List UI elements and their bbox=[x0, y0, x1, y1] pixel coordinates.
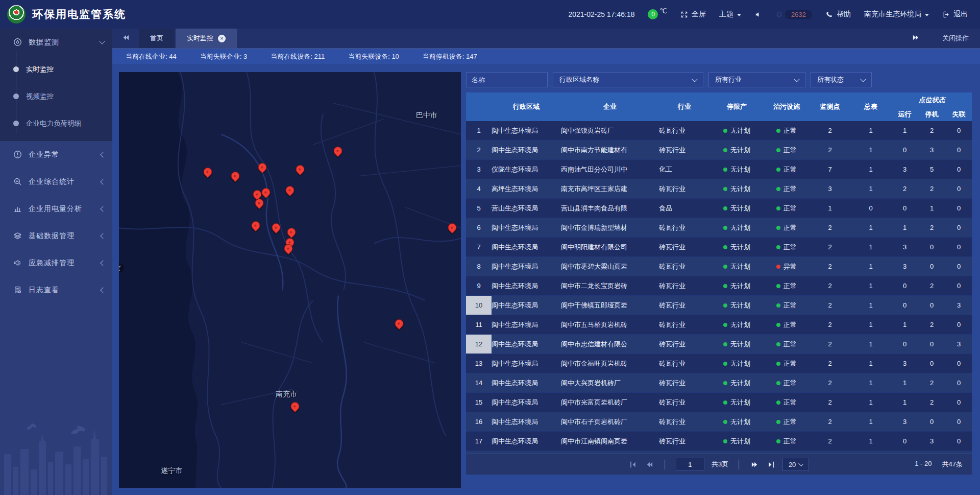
cell-stop: 0 bbox=[918, 354, 945, 373]
tab-realtime-monitor[interactable]: 实时监控 × bbox=[176, 29, 237, 48]
cell-industry: 砖瓦行业 bbox=[659, 179, 710, 199]
tab-home[interactable]: 首页 bbox=[139, 29, 175, 48]
last-page-button[interactable] bbox=[766, 460, 775, 469]
region-select[interactable]: 行政区域名称 bbox=[553, 72, 703, 87]
tab-label: 首页 bbox=[150, 34, 163, 43]
phone-icon bbox=[825, 11, 833, 18]
cell-facility-status: 正常 bbox=[764, 354, 810, 373]
cell-facility-status: 正常 bbox=[764, 373, 810, 393]
sidebar-subitem-1[interactable]: 视频监控 bbox=[0, 83, 112, 110]
table-row[interactable]: 8阆中生态环境局阆中市枣碧大梁山页岩砖瓦行业无计划异常21300 bbox=[466, 257, 972, 276]
table-row[interactable]: 3仪陇生态环境局西南油气田分公司川中化工无计划正常71350 bbox=[466, 160, 972, 179]
cell-lost: 0 bbox=[945, 179, 972, 199]
table-row[interactable]: 4高坪生态环境局南充市高坪区王家店建砖瓦行业无计划正常31220 bbox=[466, 179, 972, 199]
page-size-select[interactable]: 20 bbox=[782, 458, 809, 471]
col-lost: 失联 bbox=[945, 108, 972, 121]
sidebar-subitem-2[interactable]: 企业电力负荷明细 bbox=[0, 110, 112, 137]
sidebar-item-label: 企业综合统计 bbox=[29, 177, 94, 186]
log-file-icon bbox=[13, 286, 22, 294]
notifications-button[interactable]: 2632 bbox=[775, 10, 812, 19]
sidebar-item-4[interactable]: 基础数据管理 bbox=[0, 222, 112, 249]
cell-row-number: 3 bbox=[466, 160, 492, 179]
cell-facility-status: 正常 bbox=[764, 121, 810, 140]
table-row[interactable]: 16阆中生态环境局阆中市石子页岩机砖厂砖瓦行业无计划正常21300 bbox=[466, 412, 972, 432]
cell-stop: 2 bbox=[918, 276, 945, 296]
cell-facility-status: 正常 bbox=[764, 335, 810, 354]
cell-industry: 砖瓦行业 bbox=[659, 412, 710, 432]
table-row[interactable]: 11阆中生态环境局阆中市五马桥页岩机砖砖瓦行业无计划正常21120 bbox=[466, 315, 972, 335]
tabs-scroll-left-button[interactable] bbox=[112, 34, 139, 43]
status-select[interactable]: 所有状态 bbox=[811, 72, 872, 87]
industry-select[interactable]: 所有行业 bbox=[708, 72, 805, 87]
col-points: 监测点 bbox=[810, 92, 850, 121]
cell-facility-status: 正常 bbox=[764, 412, 810, 432]
table-row[interactable]: 9阆中生态环境局阆中市二龙长宝页岩砖砖瓦行业无计划正常21020 bbox=[466, 276, 972, 296]
cell-lost: 0 bbox=[945, 238, 972, 257]
industry-select-value: 所有行业 bbox=[715, 75, 742, 84]
city-skyline-decoration bbox=[0, 418, 112, 495]
sidebar-item-3[interactable]: 企业用电量分析 bbox=[0, 195, 112, 222]
prev-page-button[interactable] bbox=[645, 460, 654, 469]
table-row[interactable]: 10阆中生态环境局阆中千佛镇五郎垭页岩砖瓦行业无计划正常21003 bbox=[466, 296, 972, 315]
region-select-value: 行政区域名称 bbox=[559, 75, 599, 84]
theme-menu[interactable]: 主题 bbox=[719, 10, 741, 19]
layers-icon bbox=[13, 231, 22, 240]
cell-points: 3 bbox=[810, 179, 850, 199]
cell-points: 2 bbox=[810, 432, 850, 451]
cell-facility-status: 正常 bbox=[764, 238, 810, 257]
cell-region: 阆中生态环境局 bbox=[492, 393, 561, 412]
page-number-input[interactable] bbox=[676, 458, 704, 471]
status-dot-green-icon bbox=[723, 129, 727, 133]
sidebar-item-5[interactable]: 应急减排管理 bbox=[0, 249, 112, 276]
cell-company: 阆中市光富页岩机砖厂 bbox=[561, 393, 659, 412]
next-page-button[interactable] bbox=[750, 460, 759, 469]
tab-close-icon[interactable]: × bbox=[218, 35, 226, 42]
table-row[interactable]: 12阆中生态环境局阆中市忠信建材有限公砖瓦行业无计划正常21003 bbox=[466, 335, 972, 354]
table-row[interactable]: 5营山生态环境局营山县润丰肉食品有限食品无计划正常10010 bbox=[466, 199, 972, 218]
sidebar-item-1[interactable]: 企业异常 bbox=[0, 141, 112, 168]
cell-meters: 1 bbox=[850, 140, 891, 160]
logout-icon bbox=[942, 11, 950, 18]
table-row[interactable]: 15阆中生态环境局阆中市光富页岩机砖厂砖瓦行业无计划正常21120 bbox=[466, 393, 972, 412]
cell-run: 0 bbox=[891, 432, 918, 451]
close-operations-button[interactable]: 关闭操作 bbox=[942, 34, 969, 43]
cell-points: 7 bbox=[810, 160, 850, 179]
cell-industry: 砖瓦行业 bbox=[659, 218, 710, 238]
cell-lost: 0 bbox=[945, 160, 972, 179]
help-button[interactable]: 帮助 bbox=[825, 10, 851, 19]
stat-item: 当前在线企业: 44 bbox=[126, 52, 177, 61]
user-menu[interactable]: 南充市生态环境局 bbox=[864, 10, 929, 19]
cell-region: 阆中生态环境局 bbox=[492, 276, 561, 296]
map[interactable]: 巴中市南充市遂宁市 bbox=[119, 72, 461, 488]
table-row[interactable]: 7阆中生态环境局阆中明阳建材有限公司砖瓦行业无计划正常21300 bbox=[466, 238, 972, 257]
col-group-point-status: 点位状态 bbox=[891, 92, 972, 108]
cell-stop: 0 bbox=[918, 296, 945, 315]
table-row[interactable]: 6阆中生态环境局阆中市金博瑞新型墙材砖瓦行业无计划正常21120 bbox=[466, 218, 972, 238]
status-dot-green-icon bbox=[723, 168, 727, 172]
cell-row-number: 6 bbox=[466, 218, 492, 238]
status-dot-green-icon bbox=[723, 245, 727, 249]
table-row[interactable]: 14阆中生态环境局阆中大兴页岩机砖厂砖瓦行业无计划正常21120 bbox=[466, 373, 972, 393]
table-row[interactable]: 13阆中生态环境局阆中市金福旺页岩机砖砖瓦行业无计划正常21300 bbox=[466, 354, 972, 373]
name-search-input[interactable] bbox=[466, 72, 548, 87]
sidebar-item-0[interactable]: 数据监测 bbox=[0, 29, 112, 56]
cell-lost: 0 bbox=[945, 393, 972, 412]
cell-company: 阆中市江南镇阆南页岩 bbox=[561, 432, 659, 451]
brand: 环保用电监管系统 bbox=[7, 5, 126, 23]
sound-button[interactable] bbox=[754, 11, 762, 18]
logout-button[interactable]: 退出 bbox=[942, 10, 968, 19]
fullscreen-button[interactable]: 全屏 bbox=[680, 10, 706, 19]
tabs-scroll-right-button[interactable] bbox=[902, 34, 929, 43]
cell-production-status: 无计划 bbox=[710, 160, 764, 179]
sidebar-item-2[interactable]: 企业综合统计 bbox=[0, 168, 112, 195]
sidebar: 数据监测实时监控视频监控企业电力负荷明细企业异常企业综合统计企业用电量分析基础数… bbox=[0, 29, 112, 495]
sidebar-item-6[interactable]: 日志查看 bbox=[0, 276, 112, 303]
first-page-button[interactable] bbox=[629, 460, 638, 469]
sidebar-subitem-0[interactable]: 实时监控 bbox=[0, 56, 112, 83]
table-row[interactable]: 2阆中生态环境局阆中市南方节能建材有砖瓦行业无计划正常21030 bbox=[466, 140, 972, 160]
table-row[interactable]: 17阆中生态环境局阆中市江南镇阆南页岩砖瓦行业无计划正常21030 bbox=[466, 432, 972, 451]
content: 首页 实时监控 × 关闭操作 当前在线企业: 44当前失联企业: 3当前在线设备… bbox=[112, 29, 980, 495]
sidebar-group: 应急减排管理 bbox=[0, 249, 112, 276]
cell-row-number: 10 bbox=[466, 296, 492, 315]
table-row[interactable]: 1阆中生态环境局阆中强锐页岩砖厂砖瓦行业无计划正常21120 bbox=[466, 121, 972, 140]
